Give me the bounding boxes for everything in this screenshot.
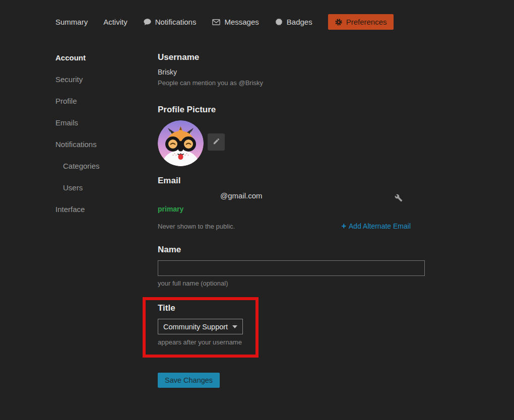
title-section: Title Community Support appears after yo…: [158, 303, 425, 346]
sidebar-item-interface[interactable]: Interface: [55, 205, 100, 214]
tab-activity-label: Activity: [103, 18, 127, 26]
title-hint: appears after your username: [158, 338, 425, 346]
gear-icon: [335, 18, 343, 26]
sidebar-item-users[interactable]: Users: [63, 183, 100, 192]
pencil-icon: [213, 137, 220, 147]
name-section: Name your full name (optional): [158, 245, 425, 287]
tab-summary-label: Summary: [55, 18, 88, 26]
email-value: @gmail.com: [220, 191, 263, 200]
title-selected-value: Community Support: [163, 323, 228, 331]
tab-notifications-label: Notifications: [155, 18, 197, 26]
tab-preferences[interactable]: Preferences: [328, 14, 394, 30]
username-section: Username Brisky People can mention you a…: [158, 52, 425, 87]
user-nav: Summary Activity Notifications Messages …: [55, 14, 394, 30]
username-value: Brisky: [158, 68, 425, 76]
manage-email-button[interactable]: [395, 194, 403, 203]
sidebar-item-profile[interactable]: Profile: [55, 97, 100, 106]
add-alternate-email-link[interactable]: + Add Alternate Email: [342, 222, 411, 231]
tab-summary[interactable]: Summary: [55, 18, 88, 26]
username-heading: Username: [158, 52, 425, 62]
name-heading: Name: [158, 245, 425, 255]
comment-icon: [143, 18, 152, 26]
plus-icon: +: [342, 222, 346, 231]
name-hint: your full name (optional): [158, 279, 425, 287]
add-alternate-email-label: Add Alternate Email: [349, 222, 411, 230]
full-name-input[interactable]: [158, 260, 425, 276]
email-heading: Email: [158, 176, 425, 186]
tab-messages-label: Messages: [224, 18, 259, 26]
wrench-icon: [395, 196, 403, 203]
tab-badges-label: Badges: [287, 18, 312, 26]
sidebar-item-emails[interactable]: Emails: [55, 118, 100, 127]
certificate-icon: [275, 18, 283, 26]
save-section: Save Changes: [158, 373, 425, 388]
primary-email-badge: primary: [158, 205, 425, 213]
tab-badges[interactable]: Badges: [275, 18, 312, 26]
sidebar-item-categories[interactable]: Categories: [63, 162, 100, 171]
username-hint: People can mention you as @Brisky: [158, 79, 425, 87]
edit-avatar-button[interactable]: [208, 133, 225, 151]
save-changes-button[interactable]: Save Changes: [158, 373, 220, 388]
sidebar-item-notifications[interactable]: Notifications: [55, 140, 100, 149]
sidebar-item-account[interactable]: Account: [55, 53, 100, 62]
tab-activity[interactable]: Activity: [103, 18, 127, 26]
avatar: [158, 120, 204, 166]
tab-preferences-label: Preferences: [346, 18, 387, 26]
sidebar-item-security[interactable]: Security: [55, 75, 100, 84]
tab-messages[interactable]: Messages: [212, 18, 259, 26]
envelope-icon: [212, 18, 221, 26]
title-select[interactable]: Community Support: [158, 319, 243, 334]
preferences-sidebar: Account Security Profile Emails Notifica…: [55, 53, 100, 227]
email-section: Email @gmail.com primary Never shown to …: [158, 176, 425, 231]
title-heading: Title: [158, 303, 425, 313]
email-hint: Never shown to the public.: [158, 223, 235, 230]
chevron-down-icon: [232, 325, 237, 328]
profile-picture-section: Profile Picture: [158, 105, 425, 166]
tab-notifications[interactable]: Notifications: [143, 18, 197, 26]
profile-picture-heading: Profile Picture: [158, 105, 425, 115]
